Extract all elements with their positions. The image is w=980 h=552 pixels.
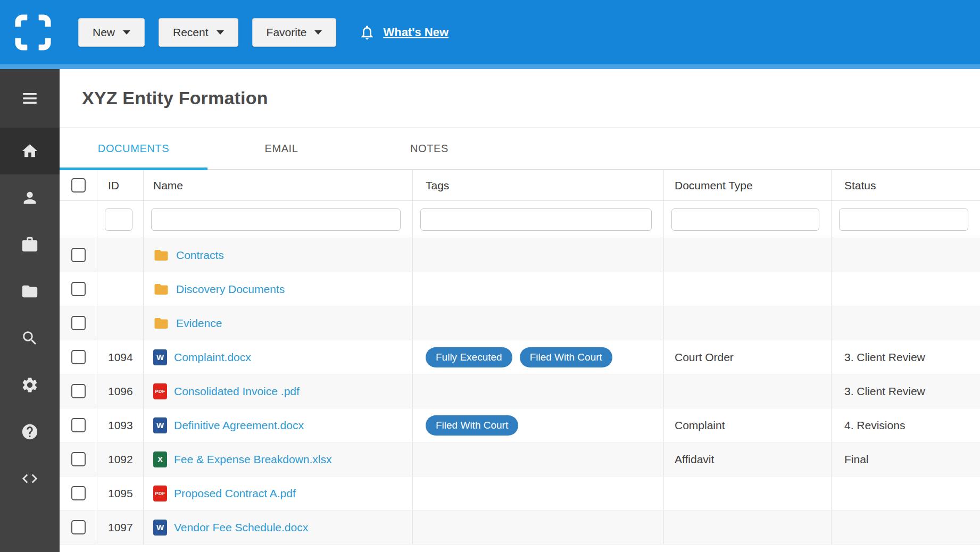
row-checkbox[interactable] (71, 350, 86, 364)
status-cell (832, 272, 980, 306)
row-checkbox[interactable] (71, 486, 86, 500)
word-file-icon: W (153, 520, 167, 536)
top-navigation-bar: New Recent Favorite What's New (0, 0, 980, 64)
pdf-file-icon: PDF (153, 383, 167, 399)
table-row[interactable]: 1094 W Complaint.docx Fully Executed Fil… (60, 340, 980, 374)
document-link[interactable]: Proposed Contract A.pdf (174, 487, 296, 500)
table-row[interactable]: 1092 X Fee & Expense Breakdown.xlsx Affi… (60, 442, 980, 476)
sidebar-item-matters[interactable] (0, 221, 60, 268)
pdf-file-icon: PDF (153, 486, 167, 501)
word-file-icon: W (153, 349, 167, 365)
document-link[interactable]: Fee & Expense Breakdown.xlsx (174, 453, 331, 466)
id-filter-input[interactable] (105, 208, 132, 231)
table-header-row: ID Name Tags Document Type Status (60, 170, 980, 201)
document-type-cell (664, 272, 832, 306)
row-id: 1095 (97, 476, 144, 510)
status-cell: 4. Revisions (832, 408, 980, 442)
bell-icon[interactable] (359, 24, 376, 41)
favorite-button[interactable]: Favorite (252, 18, 337, 47)
sidebar-item-settings[interactable] (0, 362, 60, 408)
row-checkbox[interactable] (71, 418, 86, 432)
sidebar-item-contacts[interactable] (0, 174, 60, 221)
row-checkbox[interactable] (71, 282, 86, 296)
type-filter-input[interactable] (671, 208, 819, 231)
document-link[interactable]: Definitive Agreement.docx (174, 419, 304, 432)
document-type-cell (664, 374, 832, 408)
table-row[interactable]: 1095 PDF Proposed Contract A.pdf (60, 476, 980, 511)
row-checkbox[interactable] (71, 316, 86, 330)
excel-file-icon: X (153, 451, 167, 467)
word-file-icon: W (153, 417, 167, 433)
table-row[interactable]: 1093 W Definitive Agreement.docx Filed W… (60, 408, 980, 442)
tag-badge: Filed With Court (426, 415, 518, 436)
status-cell: Final (832, 442, 980, 476)
row-id (97, 238, 144, 272)
document-link[interactable]: Vendor Fee Schedule.docx (174, 521, 308, 534)
search-icon (21, 329, 39, 347)
column-header-name[interactable]: Name (144, 170, 413, 200)
tab-documents[interactable]: DOCUMENTS (60, 128, 207, 169)
folder-link[interactable]: Discovery Documents (176, 283, 285, 296)
row-checkbox[interactable] (71, 520, 86, 534)
document-type-cell: Complaint (664, 408, 832, 442)
row-checkbox[interactable] (71, 248, 86, 262)
new-button[interactable]: New (78, 18, 145, 47)
row-id (97, 272, 144, 306)
status-cell (832, 476, 980, 510)
sidebar-item-search[interactable] (0, 315, 60, 362)
document-link[interactable]: Complaint.docx (174, 351, 251, 364)
code-icon (21, 470, 39, 488)
select-all-checkbox[interactable] (71, 178, 86, 193)
table-row[interactable]: Discovery Documents (60, 272, 980, 306)
folder-link[interactable]: Evidence (176, 317, 222, 330)
table-filter-row (60, 201, 980, 238)
table-row[interactable]: 1097 W Vendor Fee Schedule.docx (60, 511, 980, 545)
row-checkbox[interactable] (71, 452, 86, 466)
table-row[interactable]: Evidence (60, 306, 980, 340)
sidebar-item-documents[interactable] (0, 268, 60, 315)
recent-button[interactable]: Recent (159, 18, 238, 47)
whats-new-link[interactable]: What's New (383, 26, 449, 39)
folder-icon (153, 315, 169, 331)
document-type-cell: Court Order (664, 340, 832, 374)
column-header-tags[interactable]: Tags (413, 170, 664, 200)
sidebar-item-developer[interactable] (0, 455, 60, 502)
tab-notes[interactable]: NOTES (355, 128, 503, 169)
gear-icon (21, 376, 39, 394)
column-header-status[interactable]: Status (832, 170, 980, 200)
column-header-id[interactable]: ID (97, 170, 144, 200)
status-cell (832, 511, 980, 544)
tag-badge: Fully Executed (426, 347, 512, 367)
tab-email[interactable]: EMAIL (207, 128, 355, 169)
document-type-cell (664, 476, 832, 510)
table-row[interactable]: 1096 PDF Consolidated Invoice .pdf 3. Cl… (60, 374, 980, 408)
row-checkbox[interactable] (71, 384, 86, 398)
folder-icon (21, 282, 39, 300)
sidebar-item-home[interactable] (0, 128, 60, 174)
tab-bar: DOCUMENTS EMAIL NOTES (60, 128, 980, 170)
app-logo-icon[interactable] (14, 14, 52, 51)
status-cell (832, 238, 980, 272)
row-id: 1093 (97, 408, 144, 442)
row-id: 1092 (97, 442, 144, 476)
status-cell (832, 306, 980, 340)
document-type-cell (664, 306, 832, 340)
tags-filter-input[interactable] (420, 208, 652, 231)
recent-button-label: Recent (173, 26, 209, 39)
name-filter-input[interactable] (151, 208, 401, 231)
status-filter-input[interactable] (839, 208, 968, 231)
row-id: 1094 (97, 340, 144, 374)
folder-link[interactable]: Contracts (176, 249, 224, 262)
chevron-down-icon (217, 30, 224, 35)
matter-header: XYZ Entity Formation (60, 69, 980, 128)
status-cell: 3. Client Review (832, 340, 980, 374)
sidebar-item-help[interactable] (0, 408, 60, 455)
column-header-document-type[interactable]: Document Type (664, 170, 832, 200)
hamburger-menu-icon (21, 89, 39, 107)
document-link[interactable]: Consolidated Invoice .pdf (174, 385, 300, 398)
table-row[interactable]: Contracts (60, 238, 980, 272)
favorite-button-label: Favorite (267, 26, 307, 39)
document-type-cell (664, 238, 832, 272)
menu-button[interactable] (0, 69, 60, 128)
tag-badge: Filed With Court (520, 347, 612, 367)
